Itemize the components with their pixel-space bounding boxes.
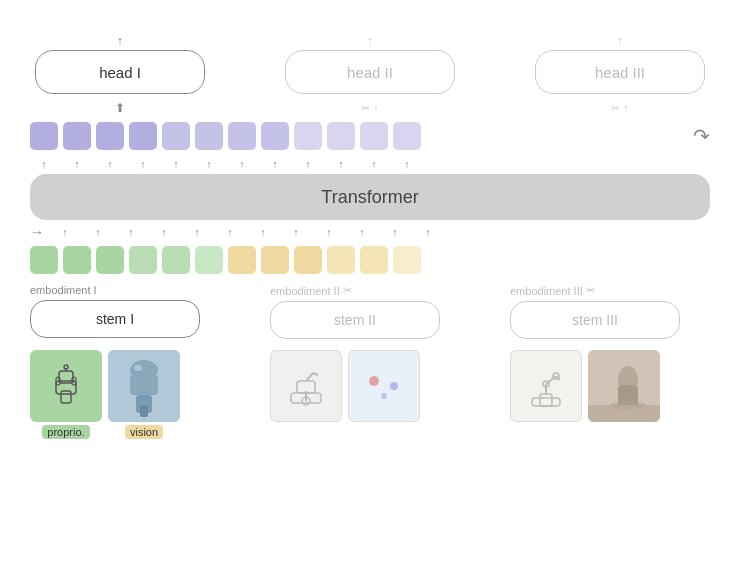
vision-image-group: vision: [108, 350, 180, 439]
arr7: ↑: [228, 158, 256, 170]
embodiment-I-group: embodiment I stem I: [30, 284, 230, 338]
embodiment-III-cut: ✂: [586, 284, 595, 297]
yellow-token-6: [393, 246, 421, 274]
bottom-tokens-row: [30, 242, 710, 278]
proprio-label: proprio.: [42, 425, 89, 439]
arr6: ↑: [195, 158, 223, 170]
embodiment-II-vision-image: [348, 350, 420, 422]
purple-token-6: [195, 122, 223, 150]
head-II-label: head II: [347, 64, 393, 81]
arr4: ↑: [129, 158, 157, 170]
head-II-cut-symbol: ✂: [361, 102, 370, 115]
green-token-4: [129, 246, 157, 274]
robot-arm-III-icon: [522, 362, 570, 410]
embodiment-III-proprio-image: [510, 350, 582, 422]
svg-line-15: [306, 373, 313, 381]
embodiment-II-cut: ✂: [343, 284, 352, 297]
barr3: ↑: [117, 226, 145, 238]
barr8: ↑: [282, 226, 310, 238]
barr11: ↑: [381, 226, 409, 238]
scene-icon: [588, 350, 660, 422]
green-token-5: [162, 246, 190, 274]
svg-rect-9: [130, 375, 158, 395]
stem-I-label: stem I: [96, 311, 134, 327]
robot-arm-II-icon: [283, 363, 329, 409]
transformer-label: Transformer: [321, 187, 418, 208]
stem-II-box: stem II: [270, 301, 440, 339]
green-token-6: [195, 246, 223, 274]
embodiment-II-group: embodiment II ✂ stem II: [270, 284, 470, 339]
arr12: ↑: [393, 158, 421, 170]
svg-point-12: [134, 365, 142, 371]
input-arrow: →: [30, 224, 44, 240]
green-token-2: [63, 246, 91, 274]
head-III-label: head III: [595, 64, 645, 81]
embodiment-II-proprio-group: [270, 350, 342, 422]
barr9: ↑: [315, 226, 343, 238]
barr1: ↑: [51, 226, 79, 238]
embodiment-III-group: embodiment III ✂ stem III: [510, 284, 710, 339]
embodiment-III-label: embodiment III: [510, 285, 583, 297]
images-row: proprio. vision: [30, 350, 710, 439]
stem-III-label: stem III: [572, 312, 618, 328]
loop-arrow: ↷: [693, 124, 710, 148]
green-token-1: [30, 246, 58, 274]
head-II-group: ↑ head II: [280, 33, 460, 94]
head-I-box: head I: [35, 50, 205, 94]
purple-token-2: [63, 122, 91, 150]
purple-token-5: [162, 122, 190, 150]
arr10: ↑: [327, 158, 355, 170]
purple-token-4: [129, 122, 157, 150]
head-II-box: head II: [285, 50, 455, 94]
arr3: ↑: [96, 158, 124, 170]
purple-token-8: [261, 122, 289, 150]
head-III-group: ↑ head III: [530, 33, 710, 94]
yellow-token-2: [261, 246, 289, 274]
svg-point-21: [390, 382, 398, 390]
barr4: ↑: [150, 226, 178, 238]
green-token-3: [96, 246, 124, 274]
stem-II-label: stem II: [334, 312, 376, 328]
barr6: ↑: [216, 226, 244, 238]
yellow-token-3: [294, 246, 322, 274]
dots-icon: [354, 356, 414, 416]
head-I-connector: ⬆: [115, 101, 125, 115]
robot-photo-icon: [108, 350, 180, 422]
head-I-up-arrow: ↑: [117, 33, 124, 48]
purple-tokens-row: ↷: [30, 118, 710, 154]
purple-token-9: [294, 122, 322, 150]
purple-token-11: [360, 122, 388, 150]
svg-point-22: [381, 393, 387, 399]
purple-token-12: [393, 122, 421, 150]
embodiment-I-images: proprio. vision: [30, 350, 230, 439]
above-transformer-arrows: ↑ ↑ ↑ ↑ ↑ ↑ ↑ ↑ ↑ ↑ ↑ ↑: [30, 156, 710, 172]
purple-token-7: [228, 122, 256, 150]
head-III-connector: ↑: [623, 102, 629, 114]
svg-point-4: [64, 365, 68, 369]
head-II-connector: ↑: [373, 102, 379, 114]
proprio-image: [30, 350, 102, 422]
embodiment-II-proprio-image: [270, 350, 342, 422]
embodiment-III-images: [510, 350, 710, 422]
svg-rect-0: [61, 391, 71, 403]
embodiment-III-vision-group: [588, 350, 660, 422]
barr5: ↑: [183, 226, 211, 238]
barr7: ↑: [249, 226, 277, 238]
architecture-diagram: ↑ head I ↑ head II ↑ head III ⬆: [0, 0, 740, 566]
barr12: ↑: [414, 226, 442, 238]
head-III-up-arrow: ↑: [617, 33, 624, 48]
transformer-box: Transformer: [30, 174, 710, 220]
yellow-token-5: [360, 246, 388, 274]
purple-token-3: [96, 122, 124, 150]
purple-token-1: [30, 122, 58, 150]
robot-hand-icon: [43, 363, 89, 409]
arr11: ↑: [360, 158, 388, 170]
yellow-token-4: [327, 246, 355, 274]
head-I-group: ↑ head I: [30, 33, 210, 94]
purple-token-10: [327, 122, 355, 150]
svg-rect-11: [140, 405, 148, 417]
embodiment-II-label: embodiment II: [270, 285, 340, 297]
below-transformer-arrows: → ↑ ↑ ↑ ↑ ↑ ↑ ↑ ↑ ↑ ↑ ↑ ↑: [30, 224, 710, 240]
embodiment-I-label: embodiment I: [30, 284, 97, 296]
embodiment-III-vision-image: [588, 350, 660, 422]
